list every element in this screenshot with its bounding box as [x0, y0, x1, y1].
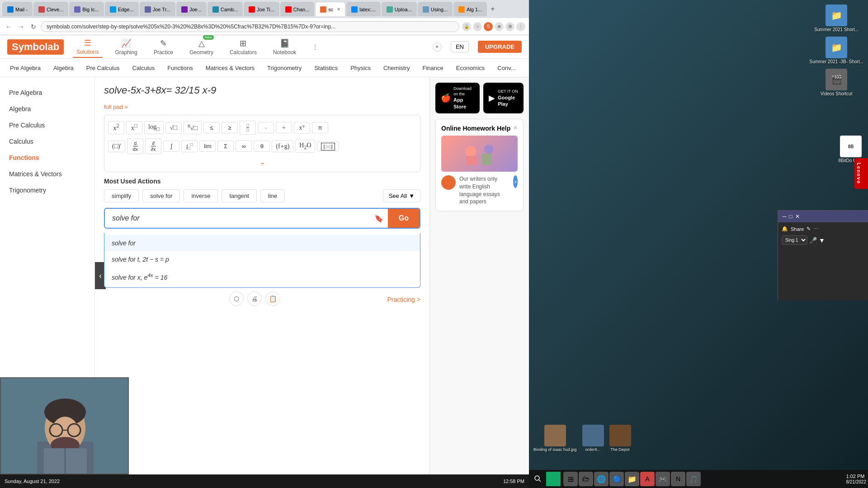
theme-toggle[interactable]: ☀	[433, 42, 442, 52]
action-tangent[interactable]: tangent	[222, 189, 256, 202]
teams-close[interactable]: ✕	[795, 213, 800, 220]
solve-for-input[interactable]	[105, 209, 370, 228]
copy-button[interactable]: 📋	[265, 291, 280, 306]
tab-edge[interactable]: Edge...	[105, 2, 139, 16]
taskbar-app-3[interactable]: 🌐	[594, 472, 609, 486]
nav-graphing[interactable]: 📈 Graphing	[112, 37, 141, 57]
autocomplete-item-2[interactable]: solve for t, 2t − s = p	[104, 251, 420, 267]
math-sum[interactable]: Σ	[217, 141, 234, 152]
tab-close-symbolab[interactable]: ✕	[337, 7, 340, 12]
math-prime[interactable]: (□)'	[108, 141, 125, 152]
practicing-link[interactable]: Practicing >	[387, 296, 420, 303]
sidebar-item-pre-algebra[interactable]: Pre Algebra	[0, 84, 94, 101]
subject-statistics[interactable]: Statistics	[308, 61, 344, 75]
teams-minimize[interactable]: ─	[783, 213, 787, 220]
desktop-icon-depot[interactable]: The Depot	[609, 425, 631, 452]
math-infinity[interactable]: ∞	[236, 141, 252, 152]
nav-notebook[interactable]: 📓 Notebook	[269, 37, 300, 57]
star-icon[interactable]: ☆	[473, 22, 482, 31]
sym-logo[interactable]: Symbolab	[7, 39, 64, 55]
taskbar-app-9[interactable]: 🎵	[686, 472, 701, 486]
full-pad-link[interactable]: full pad »	[104, 103, 420, 110]
sidebar-item-trigonometry[interactable]: Trigonometry	[0, 182, 94, 198]
tab-big[interactable]: Big Ic...	[69, 2, 104, 16]
taskbar-app-8[interactable]: N	[671, 472, 685, 486]
math-pi[interactable]: π	[312, 122, 328, 133]
math-sqrt[interactable]: √□	[165, 122, 182, 134]
subject-finance[interactable]: Finance	[416, 61, 450, 75]
subject-calculus[interactable]: Calculus	[126, 61, 161, 75]
upgrade-button[interactable]: UPGRADE	[478, 41, 522, 53]
math-h2o[interactable]: H2O	[295, 140, 315, 153]
tab-symbolab[interactable]: sc ✕	[315, 2, 345, 16]
subject-trigonometry[interactable]: Trigonometry	[261, 61, 308, 75]
back-button[interactable]: ←	[4, 22, 14, 31]
subject-pre-algebra[interactable]: Pre Algebra	[4, 61, 47, 75]
ad-close-icon[interactable]: ✕	[513, 125, 518, 131]
math-log[interactable]: log□	[144, 121, 164, 134]
action-simplify[interactable]: simplify	[104, 189, 139, 202]
tab-camb[interactable]: Camb...	[208, 2, 243, 16]
subject-functions[interactable]: Functions	[161, 61, 199, 75]
action-inverse[interactable]: inverse	[184, 189, 218, 202]
action-line[interactable]: line	[260, 189, 285, 202]
math-defint[interactable]: ∫□□	[181, 140, 198, 153]
teams-chevron-button[interactable]: ▼	[819, 237, 825, 244]
taskbar-app-2[interactable]: 🗁	[579, 472, 593, 486]
math-frac[interactable]: □□	[240, 121, 256, 135]
teams-maximize[interactable]: □	[789, 213, 793, 220]
desktop-icon-summer1[interactable]: 📁 Summer 2021 Short...	[810, 5, 864, 32]
teams-mic-button[interactable]: 🎤	[809, 237, 817, 244]
sidebar-item-matrices[interactable]: Matrices & Vectors	[0, 166, 94, 182]
taskbar-app-4[interactable]: 🔵	[609, 472, 624, 486]
nav-geometry[interactable]: △ New Geometry	[186, 37, 217, 57]
address-input[interactable]	[41, 21, 459, 32]
taskbar-startmenu[interactable]	[546, 472, 561, 486]
taskbar-app-1[interactable]: ⊞	[563, 472, 578, 486]
math-nthroot[interactable]: n√□	[184, 121, 202, 135]
nav-solutions[interactable]: ☰ Solutions	[73, 36, 102, 58]
autocomplete-item-1[interactable]: solve for	[104, 235, 420, 251]
reload-button[interactable]: ↻	[29, 22, 38, 31]
sidebar-item-functions[interactable]: Functions	[0, 150, 94, 166]
forward-button[interactable]: →	[16, 22, 26, 31]
math-leq[interactable]: ≤	[203, 122, 220, 133]
math-matrix[interactable]: [□ □]	[317, 141, 339, 151]
tab-alg[interactable]: Alg 1...	[453, 2, 487, 16]
desktop-icon-videos[interactable]: 🎬 Videos Shortcut	[810, 69, 864, 96]
tab-latex[interactable]: latex:...	[346, 2, 380, 16]
tab-upload[interactable]: Uploa...	[382, 2, 417, 16]
lenovo-tab[interactable]: Lenovo	[854, 158, 868, 189]
math-dot[interactable]: ·	[258, 122, 274, 133]
math-compose[interactable]: (f∘g)	[272, 140, 293, 152]
desktop-icon-order[interactable]: order9...	[582, 425, 604, 452]
sidebar-item-algebra[interactable]: Algebra	[0, 101, 94, 117]
tab-yt1[interactable]: Joe Ti...	[244, 2, 279, 16]
teams-device-select[interactable]: Sing 1	[782, 235, 807, 245]
extension2-icon[interactable]: ⊕	[495, 22, 504, 31]
see-all-button[interactable]: See All ▼	[383, 189, 420, 202]
go-button[interactable]: Go	[388, 209, 420, 228]
toolbar-collapse-button[interactable]: ⌄	[108, 156, 416, 168]
subject-matrices[interactable]: Matrices & Vectors	[199, 61, 261, 75]
math-theta[interactable]: θ	[254, 141, 270, 152]
taskbar-search[interactable]	[531, 472, 545, 486]
math-div[interactable]: ÷	[276, 122, 292, 133]
math-integral[interactable]: ∫	[163, 141, 179, 152]
new-tab-button[interactable]: +	[488, 5, 497, 13]
desktop-icon-summer2[interactable]: 📁 Summer 2021 -3B- Short...	[810, 37, 864, 64]
subject-economics[interactable]: Economics	[450, 61, 491, 75]
taskbar-app-7[interactable]: 🎮	[656, 472, 670, 486]
desktop-icon-binding[interactable]: Binding of isaac hud.jpg	[533, 425, 577, 452]
action-solve-for[interactable]: solve for	[142, 189, 180, 202]
math-partial[interactable]: ∂∂x	[145, 138, 161, 154]
math-geq[interactable]: ≥	[222, 122, 238, 133]
math-x2[interactable]: x2	[108, 121, 124, 135]
tab-clever[interactable]: Cleve...	[33, 2, 68, 16]
nav-practice[interactable]: ✎ Practice	[150, 37, 177, 57]
google-play-button[interactable]: ▶ GET IT ON Google Play	[483, 83, 524, 113]
subject-chemistry[interactable]: Chemistry	[377, 61, 416, 75]
language-button[interactable]: EN	[451, 41, 469, 52]
ad-cta-button[interactable]: ›	[513, 175, 518, 188]
subject-algebra[interactable]: Algebra	[47, 61, 80, 75]
